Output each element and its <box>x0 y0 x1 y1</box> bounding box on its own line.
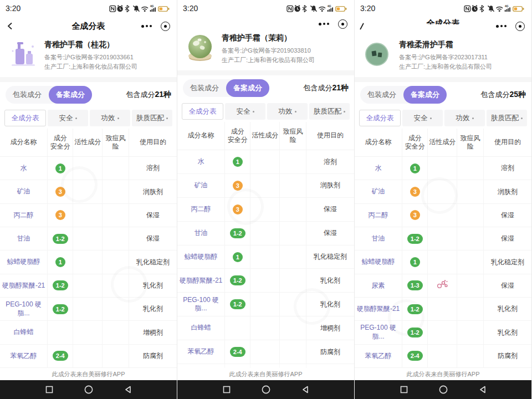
ingredient-name[interactable]: 甘油 <box>193 229 209 238</box>
tab-registered-ingredients[interactable]: 备案成分 <box>49 86 92 104</box>
more-menu-icon[interactable] <box>496 25 507 28</box>
ingredient-name[interactable]: 白蜂蜡 <box>13 328 35 337</box>
android-back-icon[interactable] <box>124 385 132 394</box>
ingredient-name-cell[interactable]: 矿油 <box>355 180 402 203</box>
subtab-full-ingredient-list[interactable]: 全成分表 <box>182 103 223 120</box>
subtab-efficacy[interactable]: 功效 <box>444 110 485 126</box>
ingredient-name-cell[interactable]: 甘油 <box>355 227 402 250</box>
subtab-full-ingredient-list[interactable]: 全成分表 <box>4 110 46 126</box>
subtab-safety[interactable]: 安全 <box>225 103 265 120</box>
ingredient-name-cell[interactable]: PEG-100 硬脂... <box>177 293 225 316</box>
ingredient-name[interactable]: 丙二醇 <box>190 205 212 214</box>
ingredient-name[interactable]: 矿油 <box>193 181 209 190</box>
ingredient-name[interactable]: 甘油 <box>16 234 32 243</box>
ingredient-name-cell[interactable]: 苯氧乙醇 <box>355 345 402 367</box>
ingredient-name[interactable]: 水 <box>374 164 383 173</box>
android-back-icon[interactable] <box>478 385 487 394</box>
usage-purpose: 保湿 <box>323 228 338 238</box>
tab-registered-ingredients[interactable]: 备案成分 <box>226 79 269 97</box>
ingredient-name-cell[interactable]: 硬脂醇聚醚-21 <box>0 274 48 297</box>
ingredient-name[interactable]: PEG-100 硬脂... <box>355 324 402 341</box>
subtab-full-ingredient-list[interactable]: 全成分表 <box>359 110 401 126</box>
ingredient-name-cell[interactable]: 矿油 <box>0 180 48 203</box>
ingredient-name[interactable]: 尿素 <box>371 282 386 290</box>
ingredient-name-cell[interactable]: 硬脂醇聚醚-21 <box>177 269 225 292</box>
android-back-icon[interactable] <box>301 385 310 394</box>
ingredient-name-cell[interactable]: 尿素 <box>355 274 402 297</box>
miniprogram-close-icon[interactable] <box>338 19 347 29</box>
android-square-icon[interactable] <box>222 385 231 394</box>
ingredient-name[interactable]: 丙二醇 <box>367 211 390 220</box>
back-icon[interactable] <box>7 22 13 30</box>
android-home-icon[interactable] <box>261 385 271 395</box>
subtab-skin-match[interactable]: 肤质匹配 <box>309 103 350 120</box>
ingredient-name[interactable]: 水 <box>19 164 28 173</box>
android-home-icon[interactable] <box>84 385 94 395</box>
more-menu-icon[interactable] <box>319 23 329 25</box>
ingredient-name-cell[interactable]: 白蜂蜡 <box>0 321 48 344</box>
tab-packaging-ingredients[interactable]: 包装成分 <box>183 79 226 97</box>
android-home-icon[interactable] <box>438 385 448 395</box>
ingredient-name-cell[interactable]: 矿油 <box>177 174 225 197</box>
ingredient-name[interactable]: 苯氧乙醇 <box>9 352 38 361</box>
ingredient-name[interactable]: 白蜂蜡 <box>190 324 212 332</box>
ingredient-name-cell[interactable]: 水 <box>0 157 48 180</box>
ingredient-name-cell[interactable]: 丙二醇 <box>0 204 48 227</box>
subtab-safety[interactable]: 安全 <box>402 110 443 126</box>
ingredient-name[interactable]: 鲸蜡硬脂醇 <box>6 258 42 267</box>
acne-risk-cell <box>457 298 484 320</box>
usage-purpose: 增稠剂 <box>142 328 164 337</box>
ingredient-name-cell[interactable]: 甘油 <box>0 227 48 250</box>
product-card[interactable]: 青稚护手霜（桂花） 备案号:沪G妆网备字2019033661 生产工厂:上海和善… <box>0 35 177 77</box>
ingredient-name[interactable]: PEG-100 硬脂... <box>0 300 47 318</box>
android-square-icon[interactable] <box>45 385 54 394</box>
subtab-safety[interactable]: 安全 <box>48 110 88 126</box>
back-icon[interactable] <box>360 23 364 29</box>
ingredient-name[interactable]: 硬脂醇聚醚-21 <box>356 305 401 314</box>
tab-packaging-ingredients[interactable]: 包装成分 <box>360 86 403 104</box>
ingredient-name-cell[interactable]: 苯氧乙醇 <box>0 345 48 367</box>
android-square-icon[interactable] <box>400 385 408 394</box>
ingredient-name-cell[interactable]: 丙二醇 <box>355 204 402 227</box>
ingredient-name[interactable]: 水 <box>197 157 206 166</box>
ingredient-name-cell[interactable]: 水 <box>177 150 225 173</box>
tab-registered-ingredients[interactable]: 备案成分 <box>403 86 447 104</box>
ingredient-name-cell[interactable]: 鲸蜡硬脂醇 <box>177 245 225 269</box>
ingredient-name[interactable]: 甘油 <box>371 234 386 243</box>
subtab-skin-match[interactable]: 肤质匹配 <box>487 110 527 126</box>
ingredient-name-cell[interactable]: 白蜂蜡 <box>177 316 225 340</box>
ingredient-name[interactable]: 苯氧乙醇 <box>364 352 393 361</box>
ingredient-name[interactable]: PEG-100 硬脂... <box>177 296 224 313</box>
subtab-efficacy[interactable]: 功效 <box>267 103 308 120</box>
ingredient-name-cell[interactable]: 甘油 <box>177 222 225 245</box>
ingredient-name-cell[interactable]: 鲸蜡硬脂醇 <box>0 250 48 273</box>
ingredient-name[interactable]: 硬脂醇聚醚-21 <box>178 277 223 285</box>
safety-score-cell: 3 <box>225 174 250 197</box>
ingredient-name[interactable]: 矿油 <box>16 187 32 196</box>
ingredient-name-cell[interactable]: 鲸蜡硬脂醇 <box>355 250 402 273</box>
ingredient-name-cell[interactable]: 硬脂醇聚醚-21 <box>355 298 402 320</box>
product-card[interactable]: 青稚柔滑护手霜 备案号:沪G妆网备字2023017311 生产工厂:上海和善化妆… <box>355 35 531 77</box>
ingredient-name-cell[interactable]: PEG-100 硬脂... <box>0 298 48 320</box>
usage-purpose-cell: 溶剂 <box>306 150 354 173</box>
usage-purpose-cell: 润肤剂 <box>306 174 354 197</box>
ingredient-name[interactable]: 矿油 <box>371 187 386 196</box>
product-card[interactable]: 青稚护手霜（茉莉） 备案号:沪G妆网备字2019033810 生产工厂:上海和善… <box>177 29 354 70</box>
subtab-efficacy[interactable]: 功效 <box>90 110 130 126</box>
miniprogram-close-icon[interactable] <box>161 22 170 31</box>
ingredient-name[interactable]: 鲸蜡硬脂醇 <box>183 253 219 262</box>
table-header: 成分名称 成分安全分 活性成分 致痘风险 使用目的 <box>355 129 531 157</box>
ingredient-name[interactable]: 苯氧乙醇 <box>187 347 216 356</box>
ingredient-name-cell[interactable]: 丙二醇 <box>177 198 225 221</box>
miniprogram-close-icon[interactable] <box>515 22 525 31</box>
tab-packaging-ingredients[interactable]: 包装成分 <box>6 86 49 104</box>
ingredient-name[interactable]: 丙二醇 <box>13 211 35 220</box>
ingredient-name-cell[interactable]: 水 <box>355 157 402 180</box>
ingredient-name-cell[interactable]: 苯氧乙醇 <box>177 340 225 364</box>
ingredient-name[interactable]: 鲸蜡硬脂醇 <box>361 258 396 267</box>
col-safety-score: 成分安全分 <box>225 122 250 150</box>
subtab-skin-match[interactable]: 肤质匹配 <box>132 110 172 126</box>
table-row: 鲸蜡硬脂醇 1 乳化稳定剂 <box>0 250 177 274</box>
ingredient-name-cell[interactable]: PEG-100 硬脂... <box>355 321 402 344</box>
ingredient-name[interactable]: 硬脂醇聚醚-21 <box>1 282 46 290</box>
